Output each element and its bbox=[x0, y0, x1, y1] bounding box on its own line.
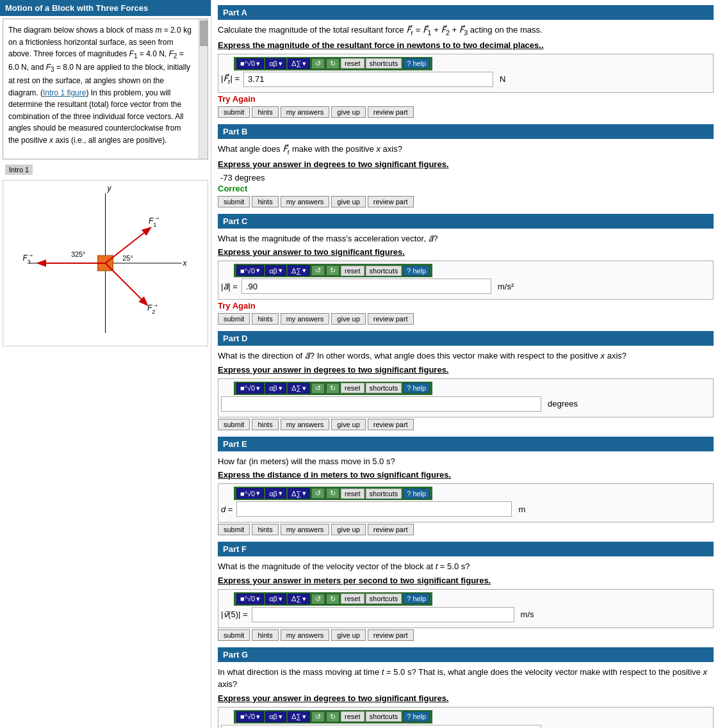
shortcuts-btn-e[interactable]: shortcuts bbox=[366, 489, 402, 499]
part-a-status: Try Again bbox=[218, 94, 714, 104]
part-e-my-answers[interactable]: my answers bbox=[281, 524, 330, 535]
redo-btn-f[interactable]: ↻ bbox=[326, 594, 340, 604]
part-b-submit[interactable]: submit bbox=[218, 196, 250, 207]
shortcuts-btn-f[interactable]: shortcuts bbox=[366, 594, 402, 604]
part-e-review[interactable]: review part bbox=[368, 524, 414, 535]
delta-btn-c[interactable]: Δ∑▾ bbox=[288, 265, 310, 276]
part-d-hints[interactable]: hints bbox=[252, 419, 278, 430]
redo-btn-d[interactable]: ↻ bbox=[326, 383, 340, 394]
part-a-my-answers[interactable]: my answers bbox=[281, 106, 330, 118]
part-e-label: d = bbox=[221, 505, 233, 514]
part-e-unit: m bbox=[518, 505, 525, 514]
part-e-hints[interactable]: hints bbox=[252, 524, 278, 535]
part-c-give-up[interactable]: give up bbox=[331, 313, 365, 325]
part-e-give-up[interactable]: give up bbox=[331, 524, 365, 535]
shortcuts-btn-c[interactable]: shortcuts bbox=[366, 266, 402, 276]
part-a-review[interactable]: review part bbox=[368, 106, 414, 118]
reset-btn-d[interactable]: reset bbox=[341, 383, 364, 393]
redo-btn-a[interactable]: ↻ bbox=[326, 58, 340, 69]
help-btn-e[interactable]: ? help bbox=[403, 489, 430, 499]
part-f-submit[interactable]: submit bbox=[218, 629, 250, 641]
part-a-give-up[interactable]: give up bbox=[331, 106, 365, 118]
scroll-thumb[interactable] bbox=[200, 20, 208, 46]
sqrt-btn-a[interactable]: ■°√0▾ bbox=[236, 58, 264, 69]
alpha-btn-e[interactable]: αβ▾ bbox=[265, 488, 286, 499]
part-a-toolbar: ■°√0▾ αβ▾ Δ∑▾ ↺ ↻ reset shortcuts ? help bbox=[234, 57, 432, 70]
shortcuts-btn-d[interactable]: shortcuts bbox=[366, 383, 402, 393]
reset-btn-c[interactable]: reset bbox=[341, 266, 364, 276]
help-btn-a[interactable]: ? help bbox=[403, 58, 430, 69]
part-b-my-answers[interactable]: my answers bbox=[281, 196, 330, 207]
part-e-header: Part E bbox=[218, 437, 714, 451]
alpha-btn-a[interactable]: αβ▾ bbox=[265, 58, 286, 69]
svg-text:F2
          ⃗: F2 ⃗ bbox=[147, 303, 158, 315]
part-a-hints[interactable]: hints bbox=[252, 106, 278, 118]
help-btn-g[interactable]: ? help bbox=[403, 711, 430, 722]
part-b-hints[interactable]: hints bbox=[252, 196, 278, 207]
part-c-input[interactable] bbox=[241, 279, 491, 294]
sqrt-btn-d[interactable]: ■°√0▾ bbox=[236, 383, 264, 394]
part-g-input[interactable] bbox=[221, 725, 541, 728]
part-d-my-answers[interactable]: my answers bbox=[281, 419, 330, 430]
help-btn-f[interactable]: ? help bbox=[403, 594, 430, 604]
part-f-my-answers[interactable]: my answers bbox=[281, 629, 330, 641]
reset-btn-g[interactable]: reset bbox=[341, 711, 364, 722]
reset-btn-f[interactable]: reset bbox=[341, 594, 364, 604]
part-f-give-up[interactable]: give up bbox=[331, 629, 365, 641]
shortcuts-btn-g[interactable]: shortcuts bbox=[366, 711, 402, 722]
delta-btn-f[interactable]: Δ∑▾ bbox=[288, 594, 310, 604]
help-btn-c[interactable]: ? help bbox=[403, 266, 430, 276]
delta-btn-a[interactable]: Δ∑▾ bbox=[288, 58, 310, 69]
redo-btn-e[interactable]: ↻ bbox=[326, 488, 340, 499]
delta-btn-g[interactable]: Δ∑▾ bbox=[288, 711, 310, 722]
help-btn-d[interactable]: ? help bbox=[403, 383, 430, 393]
scrollbar[interactable] bbox=[199, 19, 208, 159]
part-e-input[interactable] bbox=[236, 501, 512, 517]
part-g-section: Part G In what direction is the mass mov… bbox=[218, 647, 714, 728]
alpha-btn-d[interactable]: αβ▾ bbox=[265, 383, 286, 394]
reset-btn-a[interactable]: reset bbox=[341, 58, 364, 69]
redo-btn-g[interactable]: ↻ bbox=[326, 711, 340, 722]
part-c-hints[interactable]: hints bbox=[252, 313, 278, 325]
sqrt-btn-e[interactable]: ■°√0▾ bbox=[236, 488, 264, 499]
alpha-btn-c[interactable]: αβ▾ bbox=[265, 265, 286, 276]
part-b-review[interactable]: review part bbox=[368, 196, 414, 207]
part-e-toolbar: ■°√0▾ αβ▾ Δ∑▾ ↺ ↻ reset shortcuts ? help bbox=[234, 487, 432, 500]
intro-link[interactable]: Intro 1 figure bbox=[43, 88, 86, 97]
part-d-review[interactable]: review part bbox=[368, 419, 414, 430]
undo-btn-g[interactable]: ↺ bbox=[311, 711, 325, 722]
svg-text:y: y bbox=[106, 184, 111, 193]
undo-btn-f[interactable]: ↺ bbox=[311, 594, 325, 604]
part-f-review[interactable]: review part bbox=[368, 629, 414, 641]
part-e-input-frame: ■°√0▾ αβ▾ Δ∑▾ ↺ ↻ reset shortcuts ? help… bbox=[218, 483, 714, 522]
undo-btn-c[interactable]: ↺ bbox=[311, 265, 325, 276]
redo-btn-c[interactable]: ↻ bbox=[326, 265, 340, 276]
part-c-my-answers[interactable]: my answers bbox=[281, 313, 330, 325]
reset-btn-e[interactable]: reset bbox=[341, 489, 364, 499]
part-f-question: What is the magnitude of the velocity ve… bbox=[218, 560, 714, 573]
part-a-express: Express the magnitude of the resultant f… bbox=[218, 40, 714, 50]
part-d-give-up[interactable]: give up bbox=[331, 419, 365, 430]
alpha-btn-g[interactable]: αβ▾ bbox=[265, 711, 286, 722]
part-a-submit[interactable]: submit bbox=[218, 106, 250, 118]
part-f-hints[interactable]: hints bbox=[252, 629, 278, 641]
part-f-input[interactable] bbox=[252, 607, 514, 622]
undo-btn-a[interactable]: ↺ bbox=[311, 58, 325, 69]
undo-btn-d[interactable]: ↺ bbox=[311, 383, 325, 394]
delta-btn-e[interactable]: Δ∑▾ bbox=[288, 488, 310, 499]
alpha-btn-f[interactable]: αβ▾ bbox=[265, 594, 286, 604]
sqrt-btn-c[interactable]: ■°√0▾ bbox=[236, 265, 264, 276]
shortcuts-btn-a[interactable]: shortcuts bbox=[366, 58, 402, 69]
part-e-submit[interactable]: submit bbox=[218, 524, 250, 535]
delta-btn-d[interactable]: Δ∑▾ bbox=[288, 383, 310, 394]
sqrt-btn-g[interactable]: ■°√0▾ bbox=[236, 711, 264, 722]
part-b-give-up[interactable]: give up bbox=[331, 196, 365, 207]
part-c-submit[interactable]: submit bbox=[218, 313, 250, 325]
part-a-input[interactable] bbox=[243, 72, 493, 87]
part-d-submit[interactable]: submit bbox=[218, 419, 250, 430]
part-d-input[interactable] bbox=[221, 396, 541, 412]
undo-btn-e[interactable]: ↺ bbox=[311, 488, 325, 499]
part-e-section: Part E How far (in meters) will the mass… bbox=[218, 437, 714, 536]
part-c-review[interactable]: review part bbox=[368, 313, 414, 325]
sqrt-btn-f[interactable]: ■°√0▾ bbox=[236, 594, 264, 604]
